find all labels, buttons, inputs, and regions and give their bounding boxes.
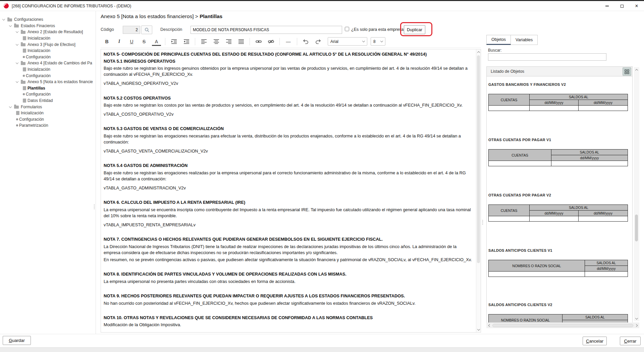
- tree-item-configuraciones[interactable]: Configuraciones: [0, 16, 96, 23]
- align-center-button[interactable]: [212, 37, 221, 46]
- tab-objetos[interactable]: Objetos: [486, 35, 511, 45]
- guardar-button[interactable]: Guardar: [3, 336, 31, 345]
- doc-heading: NOTA 7. CONTINGENCIAS O HECHOS RELEVANTE…: [104, 236, 473, 243]
- doc-heading: NOTA 9. HECHOS POSTERIORES RELEVANTES QU…: [104, 293, 473, 299]
- underline-button[interactable]: U: [127, 37, 136, 46]
- doc-heading: NOTA 6. CALCULO DEL IMPUESTO A LA RENTA …: [104, 199, 473, 206]
- scrollbar-thumb[interactable]: [477, 55, 480, 263]
- object-item-otras-cuentas-pagar-v2[interactable]: OTRAS CUENTAS POR PAGAR V2 CUENTASSALDOS…: [488, 193, 628, 222]
- object-list-vscrollbar[interactable]: [634, 67, 639, 321]
- buscar-input[interactable]: [488, 53, 606, 61]
- tree-item-anexo-5[interactable]: Anexo 5 [Nota a los estados financie: [0, 79, 96, 85]
- indent-button[interactable]: [169, 37, 178, 46]
- scroll-up-button[interactable]: [476, 49, 481, 55]
- editor-scrollbar[interactable]: [476, 49, 481, 332]
- toolbar-separator: [165, 38, 165, 45]
- splitter-grip-left[interactable]: [94, 204, 95, 209]
- gear-icon: [23, 93, 25, 95]
- tree-item-plantillas[interactable]: Plantillas: [0, 85, 96, 92]
- chevron-down-icon: [477, 328, 480, 330]
- splitter-grip-right[interactable]: [482, 220, 483, 225]
- restore-icon: [621, 5, 624, 8]
- tree-item-anexo-4[interactable]: Anexo 4 [Estado de Cambios del Pa: [0, 60, 96, 66]
- descripcion-input[interactable]: [191, 26, 342, 34]
- restore-button[interactable]: [614, 1, 629, 11]
- breadcrumb-current: Plantillas: [200, 13, 222, 19]
- tree-item-anexo3-inicializacion[interactable]: Inicialización: [0, 48, 96, 54]
- tree-item-anexo5-configuracion[interactable]: Configuración: [0, 91, 96, 98]
- toolbar-separator: [195, 38, 195, 45]
- bold-button[interactable]: B: [102, 37, 111, 46]
- font-size-select[interactable]: 8: [371, 37, 385, 46]
- tree-item-formularios-inicializacion[interactable]: Inicialización: [0, 110, 96, 116]
- folder-icon: [7, 18, 12, 21]
- strikethrough-button[interactable]: S: [140, 37, 149, 46]
- tree-item-anexo4-configuracion[interactable]: Configuración: [0, 72, 96, 79]
- justify-button[interactable]: [236, 37, 246, 46]
- object-item-saldos-anticipos-v1[interactable]: SALDOS ANTICIPOS CLIENTES V1 NOMBRES O R…: [488, 248, 628, 277]
- editor-content[interactable]: NOTA 5- COMPOSICIÓN DE PRINCIPALES CUENT…: [101, 49, 476, 332]
- align-right-button[interactable]: [224, 37, 233, 46]
- tree-item-formularios-configuracion[interactable]: Configuración: [0, 116, 96, 123]
- align-left-button[interactable]: [199, 37, 208, 46]
- object-item-otras-cuentas-pagar-v1[interactable]: OTRAS CUENTAS POR PAGAR V1 CUENTASSALDOS…: [488, 138, 628, 166]
- undo-button[interactable]: [301, 37, 310, 46]
- duplicar-button[interactable]: Duplicar: [404, 25, 425, 34]
- doc-paragraph: Bajo este rubro se registran las erogaci…: [104, 133, 473, 145]
- undo-icon: [303, 39, 309, 44]
- italic-button[interactable]: I: [115, 37, 124, 46]
- document-icon: [16, 111, 19, 115]
- tab-variables[interactable]: Variables: [511, 35, 538, 45]
- tree-item-anexo-3[interactable]: Anexo 3 [Flujo de Efectivo]: [0, 41, 96, 48]
- doc-heading: NOTA 5.1 INGRESOS OPERATIVOS: [104, 58, 473, 65]
- object-table: CUENTASSALDOS AL dd/MM/yyyydd/MM/yyyy: [488, 94, 628, 111]
- folder-icon: [14, 106, 19, 109]
- scroll-right-button[interactable]: [634, 322, 639, 328]
- font-family-select[interactable]: Arial: [328, 37, 367, 46]
- doc-paragraph: Bajo este rubro se registran los costos …: [104, 102, 473, 108]
- scroll-down-button[interactable]: [476, 327, 481, 332]
- outdent-button[interactable]: [182, 37, 191, 46]
- remove-link-button[interactable]: [266, 37, 275, 46]
- redo-button[interactable]: [314, 37, 323, 46]
- tree-item-parametrizacion[interactable]: Parametrización: [0, 122, 96, 129]
- scrollbar-thumb[interactable]: [635, 215, 638, 241]
- tree-item-datos-entidad[interactable]: Datos Entidad: [0, 98, 96, 104]
- scrollbar-thumb[interactable]: [492, 324, 633, 327]
- tree-item-anexo3-configuracion[interactable]: Configuración: [0, 54, 96, 60]
- chevron-up-icon: [635, 69, 638, 71]
- chevron-down-icon: [362, 40, 365, 42]
- insert-link-button[interactable]: [254, 37, 263, 46]
- cancelar-button[interactable]: Cancelar: [583, 337, 607, 345]
- align-left-icon: [201, 39, 207, 44]
- folder-icon: [21, 81, 25, 84]
- minimize-icon: [605, 6, 609, 6]
- link-icon: [256, 40, 262, 43]
- scroll-left-button[interactable]: [486, 322, 492, 328]
- object-item-gastos-bancarios-v2[interactable]: GASTOS BANCARIOS Y FINANCIEROS V2 CUENTA…: [488, 82, 628, 111]
- scroll-up-button[interactable]: [634, 67, 639, 72]
- codigo-input[interactable]: [123, 26, 140, 34]
- close-button[interactable]: ×: [629, 1, 644, 11]
- editor-toolbar: B I U S A — Arial 8: [101, 36, 481, 48]
- font-color-button[interactable]: A: [152, 39, 161, 46]
- horizontal-rule-button[interactable]: —: [284, 37, 293, 46]
- object-list-hscrollbar[interactable]: [486, 322, 639, 328]
- search-button[interactable]: [141, 25, 152, 34]
- doc-token: vTABLA_GASTO_VENTA_COMERCIALIZACION_V2v: [104, 148, 473, 154]
- doc-heading: NOTA 5.2 COSTOS OPERATIVOS: [104, 95, 473, 102]
- scroll-down-button[interactable]: [634, 316, 639, 321]
- chevron-down-icon: [16, 61, 18, 64]
- tree-item-formularios[interactable]: Formularios: [0, 104, 96, 110]
- doc-token: vTABLA_GASTO_ADMINISTRACION_V2v: [104, 185, 473, 191]
- cerrar-button[interactable]: Cerrar: [620, 337, 641, 345]
- unlink-icon: [268, 40, 274, 44]
- empresa-checkbox[interactable]: [345, 27, 349, 31]
- object-item-saldos-anticipos-v2[interactable]: SALDOS ANTICIPOS CLIENTES V2 NOMBRES O R…: [488, 303, 628, 322]
- minimize-button[interactable]: [600, 1, 614, 11]
- grid-view-button[interactable]: [623, 67, 631, 76]
- object-table: NOMBRES O RAZON SOCIALSALDOS AL dd/MM/yy…: [488, 260, 628, 277]
- chevron-down-icon: [16, 43, 18, 45]
- tree-item-anexo4-inicializacion[interactable]: Inicialización: [0, 66, 96, 73]
- empresa-checkbox-label[interactable]: ¿Es solo para esta empresa?: [351, 27, 406, 32]
